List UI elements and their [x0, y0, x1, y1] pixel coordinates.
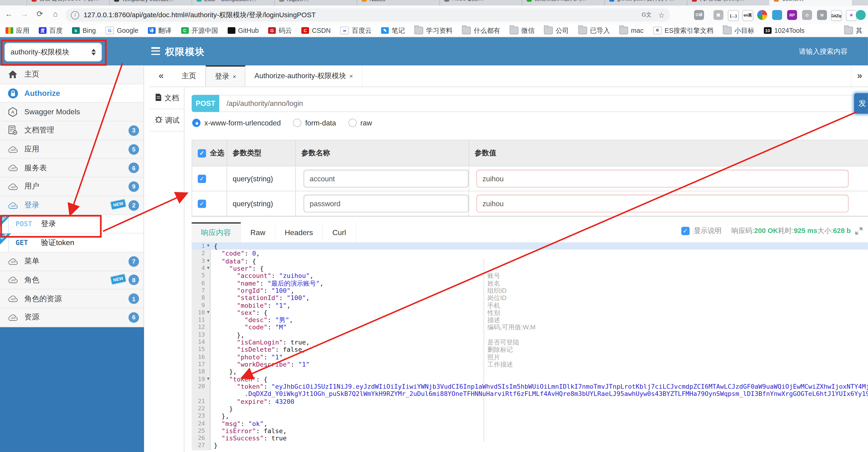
browser-tab[interactable]: Temporary Interact…× — [109, 0, 191, 6]
tab-close-icon[interactable]: × — [597, 0, 600, 2]
body-type-option[interactable]: raw — [348, 119, 372, 127]
reload-icon[interactable]: ⟳ — [34, 9, 45, 19]
bookmark-item[interactable]: 已导入 — [578, 26, 610, 35]
sidebar-item-文档管理[interactable]: 文档管理3 — [0, 121, 144, 140]
forward-icon[interactable]: → — [19, 9, 30, 19]
tab-close-icon[interactable]: × — [432, 0, 435, 2]
sidebar-item-角色的资源[interactable]: API角色的资源1 — [0, 289, 144, 308]
response-tab-Headers[interactable]: Headers — [275, 223, 323, 243]
panel-tab-调试[interactable]: 调试 — [150, 109, 184, 131]
browser-tab[interactable]: Redis 删除…× — [439, 0, 522, 6]
radio-icon[interactable] — [348, 119, 356, 127]
browser-tab[interactable]: 自然框架5.0源代码…× — [522, 0, 604, 6]
endpoint-path-input[interactable]: /api/authority/anno/login — [219, 95, 854, 112]
sidebar-item-应用[interactable]: API应用5 — [0, 140, 144, 159]
show-desc-checkbox[interactable]: ✓ — [681, 227, 689, 235]
asterisk-icon[interactable]: ✳ — [846, 10, 857, 21]
tab-close-icon[interactable]: × — [184, 0, 187, 2]
sidebar-item-服务表[interactable]: API服务表6 — [0, 159, 144, 177]
bookmark-overflow-folder[interactable]: 其 — [844, 26, 862, 35]
param-checkbox[interactable]: ✓ — [198, 174, 206, 183]
shield-m-icon[interactable]: M — [817, 10, 827, 20]
bookmark-item[interactable]: 小目标 — [723, 26, 754, 35]
send-button[interactable]: 发 — [854, 93, 868, 114]
en-translate-icon[interactable]: en英 — [742, 10, 753, 21]
sidebar-item-资源[interactable]: API资源6 — [0, 308, 144, 327]
bookmark-item[interactable]: GGoogle — [105, 27, 138, 34]
bookmark-item[interactable]: 公司 — [544, 26, 569, 35]
browser-tab[interactable]: github pack 文件夹下…× — [604, 0, 687, 6]
body-type-option[interactable]: form-data — [293, 119, 336, 127]
response-tab-Curl[interactable]: Curl — [323, 223, 356, 243]
search-input[interactable]: 请输入搜索内容 — [799, 47, 847, 57]
home-icon[interactable]: ⌂ — [50, 9, 61, 19]
bookmark-item[interactable]: ⌾ES搜索引擎文档 — [653, 26, 713, 35]
chrome-icon[interactable] — [757, 10, 767, 20]
tab-close-icon[interactable]: × — [102, 0, 105, 2]
tab-close-icon[interactable]: × — [349, 73, 353, 79]
bookmark-item[interactable]: 应用 — [6, 26, 29, 35]
sidebar-op-get[interactable]: NEWGET验证token — [0, 234, 144, 252]
response-tab-响应内容[interactable]: 响应内容 — [191, 223, 241, 243]
bookmark-star-icon[interactable]: ☆ — [658, 11, 665, 19]
tab-close-icon[interactable]: × — [233, 73, 236, 80]
sidebar-item-Swagger Models[interactable]: ASwagger Models — [0, 103, 144, 121]
bookmark-item[interactable]: 学习资料 — [414, 26, 453, 35]
bookmark-item[interactable]: G码云 — [268, 26, 292, 35]
translate-page-icon[interactable]: G文 — [642, 11, 652, 19]
radio-icon[interactable] — [192, 119, 200, 127]
url-text[interactable]: 127.0.0.1:8760/api/gate/doc.html#/author… — [84, 10, 316, 20]
fold-arrow-icon[interactable]: ▼ — [207, 376, 210, 381]
browser-tab[interactable]: https://…× — [274, 0, 356, 6]
menu-toggle-icon[interactable] — [151, 47, 160, 55]
globe-icon[interactable] — [772, 10, 782, 20]
gitzip-icon[interactable]: GitZip — [831, 10, 842, 21]
qr-code-icon[interactable]: ▣ — [713, 10, 723, 20]
module-select[interactable]: authority-权限模块 — [4, 43, 102, 61]
fold-arrow-icon[interactable]: ▼ — [207, 258, 210, 262]
bookmark-item[interactable]: 101024Tools — [764, 27, 805, 34]
page-info-icon[interactable]: i — [71, 11, 79, 19]
content-tab[interactable]: 登录× — [206, 65, 246, 87]
sidebar-item-Authorize[interactable]: Authorize — [0, 84, 144, 103]
browser-tab[interactable]: Nacos× — [357, 0, 439, 6]
sidebar-item-主页[interactable]: 主页 — [0, 65, 144, 84]
avatar[interactable] — [856, 10, 866, 20]
bookmark-item[interactable]: ✎笔记 — [381, 26, 405, 35]
tab-close-icon[interactable]: × — [680, 0, 682, 2]
body-type-option[interactable]: x-www-form-urlencoded — [192, 119, 281, 127]
bookmark-item[interactable]: 译翻译 — [148, 26, 172, 35]
panel-tab-文档[interactable]: 文档 — [150, 87, 184, 109]
bookmark-item[interactable]: 度百度 — [39, 26, 63, 35]
sidebar-item-角色[interactable]: API角色NEW8 — [0, 271, 144, 289]
param-value-input[interactable]: zuihou — [476, 195, 848, 212]
content-tab[interactable]: Authorize-authority-权限模块× — [246, 65, 363, 87]
translate-icon[interactable]: G译 — [694, 10, 704, 20]
browser-tab[interactable]: 权限模块× — [769, 0, 852, 6]
fold-arrow-icon[interactable]: ▼ — [207, 310, 210, 314]
tab-close-icon[interactable]: × — [349, 0, 352, 2]
address-bar[interactable]: i 127.0.0.1:8760/api/gate/doc.html#/auth… — [65, 8, 670, 22]
content-tab[interactable]: 主页 — [173, 65, 206, 87]
radio-icon[interactable] — [293, 119, 301, 127]
response-tab-Raw[interactable]: Raw — [241, 223, 276, 243]
braces-icon[interactable]: {…} — [728, 10, 739, 21]
browser-tab[interactable]: 首发 建言|JSDoc 中文…× — [27, 0, 109, 6]
tab-close-icon[interactable]: × — [267, 0, 270, 2]
tab-close-icon[interactable]: × — [515, 0, 518, 2]
back-icon[interactable]: ← — [3, 9, 14, 19]
tabs-prev-button[interactable]: « — [150, 65, 173, 87]
bookmark-item[interactable]: mac — [619, 27, 644, 34]
tab-close-icon[interactable]: × — [762, 0, 765, 2]
bookmark-item[interactable]: ∞百度云 — [340, 26, 372, 35]
tab-close-icon[interactable]: × — [844, 0, 847, 2]
bookmark-item[interactable]: 什么都有 — [462, 26, 500, 35]
param-value-input[interactable]: zuihou — [476, 170, 848, 187]
bookmark-item[interactable]: 微信 — [509, 26, 534, 35]
tabs-next-button[interactable]: » — [851, 65, 868, 87]
bookmark-item[interactable]: GitHub — [227, 27, 259, 34]
fold-arrow-icon[interactable]: ▼ — [207, 244, 210, 248]
bookmark-item[interactable]: C开源中国 — [181, 26, 218, 35]
bookmark-item[interactable]: bBing — [72, 27, 96, 34]
sidebar-op-post[interactable]: NEWPOST登录 — [0, 215, 144, 233]
